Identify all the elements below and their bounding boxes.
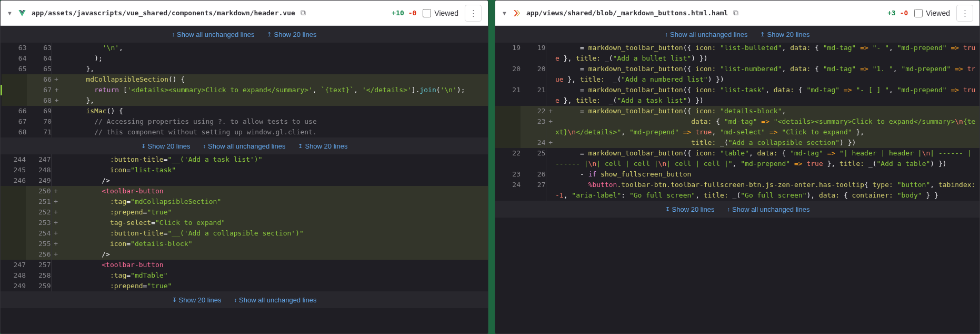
viewed-checkbox[interactable]: Viewed (914, 9, 950, 17)
line-number-new[interactable]: 258 (26, 270, 51, 281)
code-content[interactable]: :prepend="true" (61, 281, 488, 291)
line-number-old[interactable] (495, 106, 521, 116)
line-number-new[interactable]: 256 (26, 249, 51, 260)
file-path[interactable]: app/assets/javascripts/vue_shared/compon… (32, 9, 295, 17)
viewed-input[interactable] (914, 9, 923, 17)
line-number-old[interactable]: 245 (1, 165, 26, 175)
line-number-new[interactable]: 64 (27, 53, 52, 64)
line-number-old[interactable] (2, 85, 27, 95)
file-actions-menu[interactable]: ⋮ (465, 5, 482, 22)
code-content[interactable]: :button-title="__('Add a task list')" (61, 154, 488, 165)
line-number-old[interactable]: 67 (2, 116, 27, 127)
show-20-lines-down[interactable]: ↧ Show 20 lines (172, 296, 222, 304)
line-number-new[interactable]: 67 (27, 85, 52, 95)
line-number-old[interactable] (495, 116, 521, 137)
code-content[interactable]: data: { "md-tag" => "<details><summary>C… (555, 116, 979, 137)
code-content[interactable]: = markdown_toolbar_button({ icon: "list-… (555, 43, 979, 64)
line-number-old[interactable]: 244 (1, 154, 26, 165)
line-number-new[interactable]: 68 (27, 95, 52, 106)
code-content[interactable]: ); (62, 53, 488, 64)
line-number-new[interactable]: 69 (27, 106, 52, 116)
code-content[interactable]: // Accessing properties using ?. to allo… (62, 116, 488, 127)
code-content[interactable]: isMac() { (62, 106, 488, 116)
line-number-old[interactable]: 68 (2, 127, 27, 137)
code-content[interactable]: }, (62, 64, 488, 74)
line-number-old[interactable]: 66 (2, 106, 27, 116)
file-path[interactable]: app/views/shared/blob/_markdown_buttons.… (526, 9, 728, 17)
chevron-down-icon[interactable]: ▼ (7, 10, 13, 16)
show-20-lines-down[interactable]: ↧ Show 20 lines (665, 205, 715, 213)
code-content[interactable]: = markdown_toolbar_button({ icon: "list-… (555, 64, 979, 85)
code-content[interactable]: // this component without setting up win… (62, 127, 488, 137)
line-number-new[interactable]: 22 (521, 106, 546, 116)
code-content[interactable]: :tag="mdTable" (61, 270, 488, 281)
line-number-new[interactable]: 253 (26, 218, 51, 228)
show-all-unchanged[interactable]: ↕ Show all unchanged lines (203, 142, 286, 150)
line-number-old[interactable] (1, 218, 26, 228)
line-number-old[interactable]: 22 (495, 148, 521, 169)
line-number-old[interactable]: 24 (495, 180, 521, 201)
show-all-unchanged[interactable]: ↕ Show all unchanged lines (665, 31, 748, 38)
line-number-old[interactable]: 248 (1, 270, 26, 281)
line-number-new[interactable]: 21 (521, 85, 546, 106)
line-number-old[interactable]: 65 (2, 64, 27, 74)
show-20-lines[interactable]: ↥ Show 20 lines (760, 31, 809, 38)
file-actions-menu[interactable]: ⋮ (956, 5, 973, 22)
line-number-old[interactable]: 247 (1, 260, 26, 270)
line-number-new[interactable]: 65 (27, 64, 52, 74)
code-content[interactable]: = markdown_toolbar_button({ icon: "table… (555, 148, 979, 169)
line-number-old[interactable] (1, 239, 26, 249)
line-number-old[interactable]: 64 (2, 53, 27, 64)
line-number-new[interactable]: 26 (521, 169, 546, 180)
line-number-old[interactable]: 23 (495, 169, 521, 180)
show-all-unchanged[interactable]: ↕ Show all unchanged lines (727, 205, 810, 213)
viewed-input[interactable] (423, 9, 431, 17)
line-number-new[interactable]: 25 (521, 148, 546, 169)
line-number-old[interactable] (1, 186, 26, 197)
line-number-old[interactable]: 249 (1, 281, 26, 291)
copy-path-icon[interactable]: ⧉ (301, 8, 306, 17)
show-20-lines-down[interactable]: ↧ Show 20 lines (141, 142, 191, 150)
code-content[interactable]: icon="details-block" (61, 239, 488, 249)
copy-path-icon[interactable]: ⧉ (733, 8, 738, 17)
code-content[interactable]: %button.toolbar-btn.toolbar-fullscreen-b… (555, 180, 979, 201)
line-number-old[interactable] (2, 95, 27, 106)
line-number-old[interactable]: 63 (2, 43, 27, 53)
line-number-new[interactable]: 254 (26, 228, 51, 239)
line-number-new[interactable]: 255 (26, 239, 51, 249)
line-number-new[interactable]: 19 (521, 43, 546, 64)
code-content[interactable]: tag-select="Click to expand" (61, 218, 488, 228)
show-20-lines-up[interactable]: ↥ Show 20 lines (298, 142, 347, 150)
code-content[interactable]: :button-title="__('Add a collapsible sec… (61, 228, 488, 239)
line-number-new[interactable]: 71 (27, 127, 52, 137)
line-number-new[interactable]: 247 (26, 154, 51, 165)
code-content[interactable]: '\n', (62, 43, 488, 53)
code-content[interactable]: - if show_fullscreen_button (555, 169, 979, 180)
line-number-new[interactable]: 249 (26, 175, 51, 186)
show-20-lines[interactable]: ↥ Show 20 lines (267, 31, 316, 38)
line-number-old[interactable] (495, 137, 521, 148)
line-number-old[interactable] (1, 228, 26, 239)
line-number-old[interactable]: 19 (495, 43, 521, 64)
code-content[interactable]: icon="list-task" (61, 165, 488, 175)
line-number-old[interactable] (1, 197, 26, 207)
line-number-old[interactable] (1, 207, 26, 218)
line-number-old[interactable]: 20 (495, 64, 521, 85)
line-number-old[interactable]: 246 (1, 175, 26, 186)
line-number-new[interactable]: 248 (26, 165, 51, 175)
line-number-new[interactable]: 257 (26, 260, 51, 270)
line-number-new[interactable]: 251 (26, 197, 51, 207)
show-all-unchanged[interactable]: ↕ Show all unchanged lines (234, 296, 317, 304)
show-all-unchanged[interactable]: ↕ Show all unchanged lines (172, 31, 255, 38)
line-number-old[interactable] (1, 249, 26, 260)
line-number-new[interactable]: 70 (27, 116, 52, 127)
line-number-new[interactable]: 66 (27, 74, 52, 85)
viewed-checkbox[interactable]: Viewed (423, 9, 458, 17)
line-number-new[interactable]: 63 (27, 43, 52, 53)
code-content[interactable]: <toolbar-button (61, 260, 488, 270)
line-number-new[interactable]: 259 (26, 281, 51, 291)
code-content[interactable]: <toolbar-button (61, 186, 488, 197)
code-content[interactable]: title: _("Add a collapsible section") }) (555, 137, 979, 148)
code-content[interactable]: /> (61, 175, 488, 186)
line-number-new[interactable]: 24 (521, 137, 546, 148)
